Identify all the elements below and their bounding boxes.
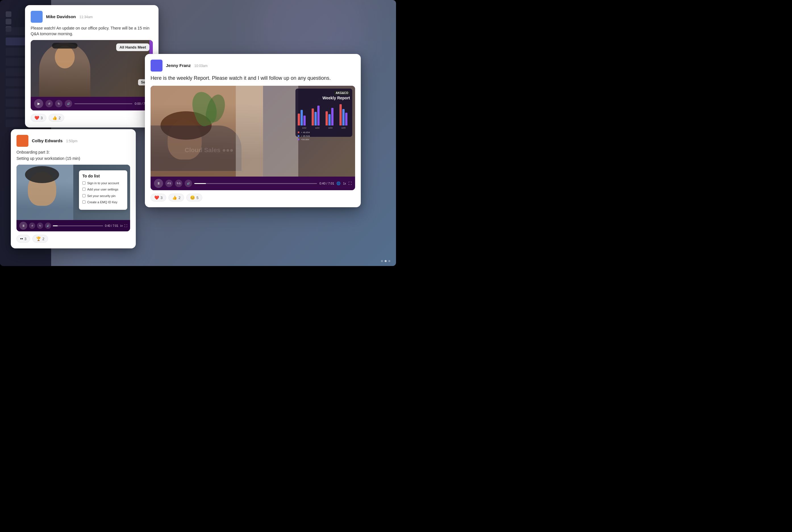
fullscreen-button[interactable]: ⛶ bbox=[125, 224, 127, 227]
bar-purple bbox=[345, 113, 347, 126]
reaction-trophy[interactable]: 🏆 2 bbox=[32, 235, 48, 243]
legend-dot-purple bbox=[298, 138, 299, 140]
legend-item: + 49.654 bbox=[298, 131, 350, 135]
todo-item-text: Set your security pin bbox=[87, 194, 116, 198]
chart-bars bbox=[298, 103, 350, 126]
forward-icon: ↻5 bbox=[177, 182, 180, 185]
bar-blue bbox=[314, 112, 317, 126]
week-label: w32 bbox=[302, 127, 307, 129]
todo-checkbox[interactable] bbox=[82, 188, 86, 191]
colby-message-card: Colby Edwards 1:50pm Onboarding part 3: … bbox=[11, 129, 136, 248]
speed-button[interactable]: 1x bbox=[343, 182, 346, 185]
rewind-button[interactable]: ↺ bbox=[29, 223, 35, 229]
avatar bbox=[151, 60, 163, 72]
todo-checkbox[interactable] bbox=[82, 194, 86, 197]
message-time: 1:50pm bbox=[66, 139, 77, 143]
fullscreen-button[interactable]: ⛶ bbox=[348, 182, 352, 185]
message-body: Please watch! An update on our office po… bbox=[31, 25, 153, 37]
legend-dot-red bbox=[298, 131, 299, 133]
bar-blue bbox=[300, 110, 303, 126]
legend-item: + 35.528 bbox=[298, 135, 350, 138]
message-header: Colby Edwards 1:50pm bbox=[17, 135, 130, 147]
reaction-dots[interactable]: •• 3 bbox=[17, 235, 30, 243]
chart-title: Weekly Report bbox=[298, 96, 350, 100]
todo-checkbox[interactable] bbox=[82, 201, 86, 204]
overlay-label-text: All Hands Meet bbox=[119, 45, 146, 50]
message-meta: Colby Edwards 1:50pm bbox=[32, 138, 77, 144]
forward-icon: ↻ bbox=[39, 225, 41, 227]
rewind-icon: ↺ bbox=[48, 102, 50, 105]
message-meta: Mike Davidson 11:34am bbox=[46, 14, 93, 19]
volume-icon: 🔊 bbox=[47, 225, 50, 227]
headphones bbox=[52, 43, 77, 49]
pause-button[interactable]: ⏸ bbox=[19, 222, 27, 230]
chart-legend: + 49.654 + 35.528 +54.864 bbox=[298, 131, 350, 142]
reaction-thumbs[interactable]: 👍 2 bbox=[168, 194, 184, 202]
reaction-thumbs[interactable]: 👍 2 bbox=[49, 114, 64, 122]
play-icon: ▶ bbox=[37, 102, 40, 106]
video-player-colby[interactable]: To do list Sign in to your account Add y… bbox=[17, 165, 130, 231]
scroll-indicator bbox=[381, 260, 390, 262]
message-body-line1: Onboarding part 3: bbox=[17, 150, 130, 155]
reaction-heart[interactable]: ❤️ 3 bbox=[151, 194, 166, 202]
reaction-emoji: 👍 bbox=[172, 195, 177, 200]
progress-bar[interactable] bbox=[194, 183, 317, 184]
bar-purple bbox=[317, 106, 319, 126]
video-player-jenny[interactable]: Cloud Sales ●●● AKG&CO Weekly Report bbox=[151, 86, 355, 190]
scroll-dot bbox=[388, 260, 390, 262]
volume-button[interactable]: 🔊 bbox=[45, 223, 51, 229]
reaction-heart[interactable]: ❤️ 3 bbox=[31, 114, 46, 122]
volume-icon: 🔊 bbox=[187, 182, 190, 185]
bar-purple bbox=[303, 116, 306, 126]
sender-name: Colby Edwards bbox=[32, 138, 62, 143]
todo-checkbox[interactable] bbox=[82, 182, 86, 185]
reaction-emoji: ❤️ bbox=[154, 195, 159, 200]
chart-logo-text: AKG&CO bbox=[334, 91, 350, 95]
message-meta: Jenny Franz 10:03am bbox=[166, 63, 208, 68]
volume-button[interactable]: 🔊 bbox=[185, 180, 192, 187]
mike-message-card: Mike Davidson 11:34am Please watch! An u… bbox=[25, 5, 159, 128]
video-thumbnail: All Hands Meet Sep bbox=[31, 40, 153, 97]
rewind-button[interactable]: ↺ bbox=[45, 100, 53, 107]
globe-button[interactable]: 🌐 bbox=[336, 182, 340, 185]
volume-icon: 🔊 bbox=[67, 102, 70, 105]
message-body-line2: Setting up your workstation (15 min) bbox=[17, 156, 130, 162]
todo-item-text: Add your user settings bbox=[87, 187, 118, 191]
avatar bbox=[17, 135, 29, 147]
person-head bbox=[55, 46, 75, 69]
reaction-count: 2 bbox=[179, 195, 180, 200]
sender-name-row: Mike Davidson 11:34am bbox=[46, 14, 93, 19]
progress-bar[interactable] bbox=[74, 103, 132, 104]
reaction-emoji: 😊 bbox=[190, 195, 195, 200]
rewind-button[interactable]: ↺5 bbox=[165, 180, 173, 187]
volume-button[interactable]: 🔊 bbox=[65, 100, 72, 107]
video-player-mike[interactable]: All Hands Meet Sep ▶ ↺ ↻ 🔊 bbox=[31, 40, 153, 110]
reactions-bar-colby: •• 3 🏆 2 bbox=[17, 235, 130, 243]
bar-red bbox=[326, 111, 328, 126]
bar-blue bbox=[342, 109, 345, 126]
todo-title: To do list bbox=[82, 174, 124, 178]
chart-group-w32 bbox=[298, 110, 308, 126]
hair bbox=[25, 166, 59, 183]
pause-icon: ⏸ bbox=[157, 182, 160, 185]
legend-dot-blue bbox=[298, 135, 299, 137]
progress-bar[interactable] bbox=[53, 225, 103, 226]
forward-button[interactable]: ↻ bbox=[55, 100, 62, 107]
reaction-smile[interactable]: 😊 5 bbox=[186, 194, 202, 202]
current-time: 0:40 bbox=[105, 224, 110, 227]
video-thumbnail: Cloud Sales ●●● AKG&CO Weekly Report bbox=[151, 86, 355, 176]
pause-button[interactable]: ⏸ bbox=[154, 179, 163, 188]
forward-button[interactable]: ↻5 bbox=[175, 180, 182, 187]
week-label: w33 bbox=[315, 127, 319, 129]
week-label: w34 bbox=[328, 127, 333, 129]
sender-name-row: Jenny Franz 10:03am bbox=[166, 63, 208, 68]
progress-fill bbox=[194, 183, 206, 184]
reaction-emoji: ❤️ bbox=[34, 116, 39, 120]
video-controls-jenny: ⏸ ↺5 ↻5 🔊 0:40 / 7:01 🌐 1x ⛶ bbox=[151, 176, 355, 190]
video-overlay-label: All Hands Meet bbox=[116, 43, 149, 51]
reaction-count: 2 bbox=[58, 116, 60, 120]
play-button[interactable]: ▶ bbox=[34, 99, 43, 108]
scroll-dot bbox=[381, 260, 383, 262]
forward-button[interactable]: ↻ bbox=[37, 223, 43, 229]
speed-button[interactable]: 1x bbox=[120, 224, 123, 227]
